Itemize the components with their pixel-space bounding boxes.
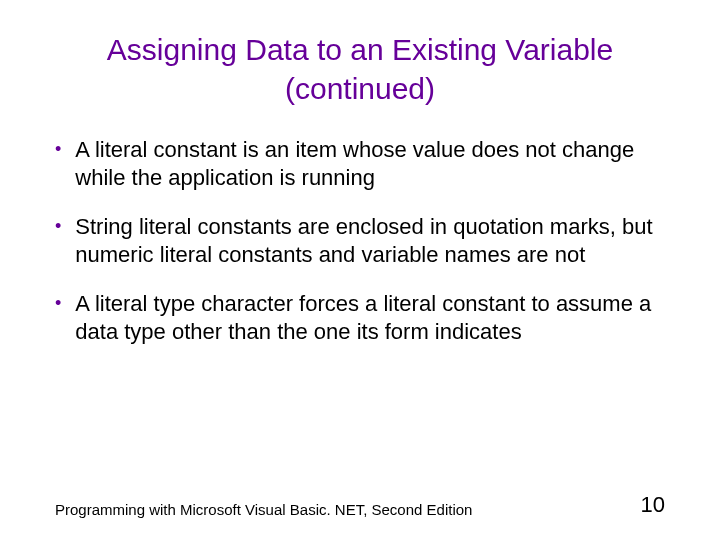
bullet-dot-icon: •: [55, 290, 61, 316]
content-area: • A literal constant is an item whose va…: [0, 108, 720, 345]
bullet-text: A literal type character forces a litera…: [75, 290, 665, 345]
footer: Programming with Microsoft Visual Basic.…: [55, 492, 665, 518]
page-number: 10: [641, 492, 665, 518]
bullet-item: • A literal constant is an item whose va…: [55, 136, 665, 191]
bullet-item: • String literal constants are enclosed …: [55, 213, 665, 268]
footer-text: Programming with Microsoft Visual Basic.…: [55, 501, 472, 518]
bullet-text: A literal constant is an item whose valu…: [75, 136, 665, 191]
bullet-dot-icon: •: [55, 136, 61, 162]
bullet-item: • A literal type character forces a lite…: [55, 290, 665, 345]
slide-title: Assigning Data to an Existing Variable (…: [0, 0, 720, 108]
bullet-text: String literal constants are enclosed in…: [75, 213, 665, 268]
bullet-dot-icon: •: [55, 213, 61, 239]
